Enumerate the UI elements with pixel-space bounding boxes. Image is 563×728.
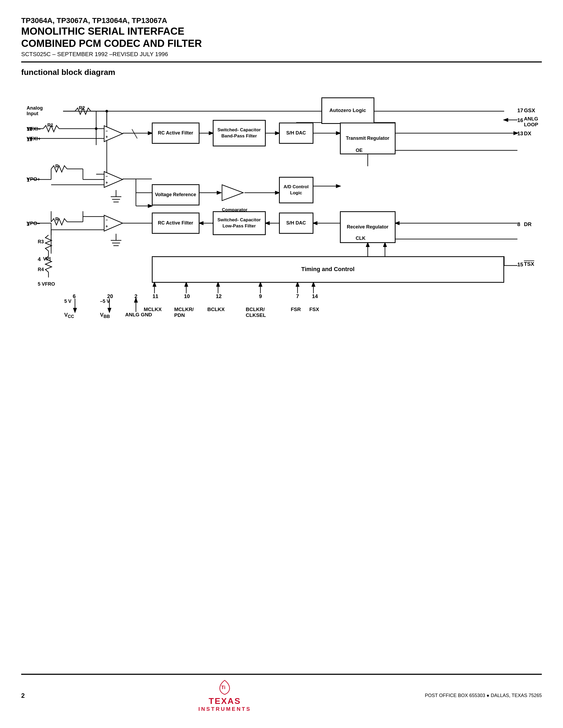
anlg-loop-label: ANLGLOOP	[524, 116, 538, 128]
autozero-logic-block: Autozero Logic	[322, 97, 374, 124]
header-subtitle: SCTS025C – SEPTEMBER 1992 –REVISED JULY …	[21, 51, 542, 58]
timing-control-block: Timing and Control	[152, 256, 504, 283]
analog-input-label: AnalogInput	[27, 105, 43, 117]
opamp-1: – +	[103, 124, 124, 143]
comparator-block	[221, 183, 244, 202]
pin-18: 18	[27, 126, 33, 132]
vbb-label: VBB	[100, 312, 110, 319]
tsx-label: TSX	[524, 261, 534, 267]
footer-address: POST OFFICE BOX 655303 ● DALLAS, TEXAS 7…	[425, 693, 542, 698]
neg-five-v-label: –5 V	[100, 299, 110, 304]
pin-12: 12	[216, 293, 222, 299]
pin-9: 9	[259, 293, 262, 299]
pin-14: 14	[312, 293, 318, 299]
ti-logo: Ti TEXAS INSTRUMENTS	[198, 679, 251, 712]
bclkr-clksel-label: BCLKR/CLKSEL	[246, 307, 266, 319]
vpi-label: VPI	[43, 256, 51, 262]
sh-dac-top-block: S/H DAC	[279, 123, 314, 144]
pin-8: 8	[517, 221, 520, 227]
sc-bpf-block: Switched- Capacitor Band-Pass Filter	[213, 120, 266, 146]
title-line3: COMBINED PCM CODEC AND FILTER	[21, 38, 542, 50]
header-divider	[21, 61, 542, 62]
footer-divider	[21, 674, 542, 675]
svg-text:–: –	[105, 129, 108, 133]
mclkr-pdn-label: MCLKR/PDN	[174, 307, 194, 319]
mclkx-label: MCLKX	[144, 307, 162, 312]
anlg-gnd-label: ANLG GND	[125, 312, 152, 318]
footer-content: 2 Ti TEXAS INSTRUMENTS POST OFFICE BOX 6…	[21, 679, 542, 712]
section-title: functional block diagram	[21, 68, 542, 77]
svg-text:Ti: Ti	[221, 685, 225, 690]
oe-label: OE	[356, 148, 363, 153]
pin-15: 15	[517, 262, 523, 268]
block-diagram: Autozero Logic RC Active Filter Switched…	[22, 82, 541, 378]
pin-4: 4	[38, 256, 41, 262]
ad-control-block: A/D Control Logic	[279, 177, 314, 203]
vfro-label: 5 VFRO	[38, 281, 55, 287]
company-name: TEXAS INSTRUMENTS	[198, 696, 251, 712]
pin-13: 13	[517, 131, 523, 137]
footer: 2 Ti TEXAS INSTRUMENTS POST OFFICE BOX 6…	[21, 663, 542, 712]
svg-text:+: +	[105, 134, 108, 139]
ti-logo-icon: Ti	[214, 679, 235, 696]
svg-marker-84	[222, 185, 243, 201]
pin-3: 3	[27, 221, 30, 227]
svg-text:+: +	[105, 180, 108, 185]
five-v-label: 5 V	[64, 299, 71, 304]
opamp-2: – +	[103, 170, 124, 189]
sc-lpf-block: Switched- Capacitor Low-Pass Filter	[213, 211, 266, 235]
svg-text:–: –	[105, 218, 108, 222]
voltage-reference-block: Voltage Reference	[152, 184, 199, 205]
fsr-label: FSR	[291, 307, 301, 312]
r4-label: R4	[38, 267, 44, 272]
pin-10: 10	[184, 293, 190, 299]
rc-active-filter-bot-block: RC Active Filter	[152, 213, 199, 234]
pin-1: 1	[27, 177, 30, 183]
pin-6: 6	[73, 293, 76, 299]
dr-label: DR	[524, 221, 532, 227]
page-number: 2	[21, 692, 25, 699]
sh-dac-bot-block: S/H DAC	[279, 213, 314, 234]
opamp-3: – +	[103, 214, 124, 232]
svg-line-13	[132, 129, 137, 138]
footer-center: Ti TEXAS INSTRUMENTS	[198, 679, 251, 712]
pin-11: 11	[153, 293, 158, 299]
r-top-label: R	[55, 164, 59, 169]
dx-label: DX	[524, 131, 531, 137]
vcc-label: VCC	[64, 312, 74, 319]
r1-label: R1	[47, 123, 53, 128]
pin-7: 7	[296, 293, 299, 299]
pin-16: 16	[517, 117, 523, 123]
rc-active-filter-top-block: RC Active Filter	[152, 123, 199, 144]
gsx-label: GSX	[524, 107, 535, 114]
svg-point-3	[105, 110, 108, 113]
transmit-regulator-block: Transmit Regulator	[340, 123, 396, 154]
svg-text:+: +	[105, 224, 108, 228]
pin-2: 2	[135, 293, 137, 299]
bclkx-label: BCLKX	[207, 307, 225, 312]
receive-regulator-block: Receive Regulator	[340, 211, 396, 243]
svg-point-7	[95, 127, 97, 130]
pin-17: 17	[517, 107, 523, 114]
title-line2: MONOLITHIC SERIAL INTERFACE	[21, 25, 542, 38]
clk-label: CLK	[356, 236, 366, 241]
title-line1: TP3064A, TP3067A, TP13064A, TP13067A	[21, 16, 542, 25]
fsx-label: FSX	[310, 307, 319, 312]
header: TP3064A, TP3067A, TP13064A, TP13067A MON…	[21, 16, 542, 58]
svg-marker-85	[104, 126, 123, 142]
pin-19: 19	[27, 136, 33, 142]
r-bot-label: R	[55, 217, 59, 222]
r2-label: R2	[79, 105, 85, 111]
r3-label: R3	[38, 239, 44, 245]
svg-text:–: –	[105, 174, 108, 178]
